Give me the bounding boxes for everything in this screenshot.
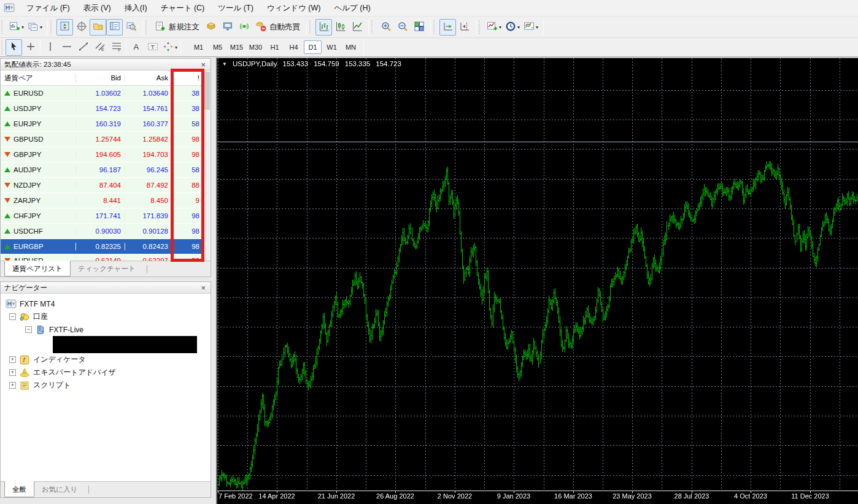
timeframe-m15[interactable]: M15 <box>228 40 245 54</box>
tree-item-mt4-logo[interactable]: FXTF MT4 <box>1 297 210 310</box>
vertical-line-tool[interactable] <box>42 39 58 56</box>
candle-chart-toggle[interactable] <box>332 19 349 36</box>
timeframe-m5[interactable]: M5 <box>209 40 226 54</box>
timeframe-d1[interactable]: D1 <box>304 40 322 54</box>
trendline-tool[interactable] <box>75 39 91 56</box>
menu-item-1[interactable]: ファイル (F) <box>20 1 77 16</box>
signals-button[interactable] <box>236 19 252 36</box>
expand-box-icon[interactable]: + <box>9 356 16 363</box>
autotrading-toggle[interactable] <box>252 19 269 36</box>
column-header-ask[interactable]: Ask <box>125 74 172 82</box>
down-arrow-icon <box>4 152 10 157</box>
close-icon[interactable]: × <box>199 61 207 69</box>
ask-cell: 171.839 <box>125 212 172 220</box>
profiles-button[interactable]: ▾ <box>26 19 44 36</box>
candle-chart-icon <box>335 21 346 34</box>
column-header-pair[interactable]: 通貨ペア <box>1 74 76 83</box>
navigator-toggle[interactable] <box>90 19 106 36</box>
new-chart-button[interactable]: ▾ <box>7 19 26 36</box>
data-window-icon <box>76 21 87 34</box>
toolbar-group: ▾▾ <box>6 19 46 36</box>
crosshair-tool[interactable] <box>22 39 39 56</box>
chart-low-value: 153.335 <box>345 60 371 67</box>
text-tool[interactable]: A <box>128 39 144 56</box>
arrows-tool[interactable]: ▾ <box>161 39 179 56</box>
toolbar-grip <box>1 40 4 54</box>
pair-cell: GBPUSD <box>1 136 76 143</box>
terminal-toggle[interactable] <box>106 19 123 36</box>
close-icon[interactable]: × <box>199 284 207 292</box>
tree-item-indicators-node[interactable]: +fインディケータ <box>1 353 210 366</box>
menu-item-2[interactable]: 表示 (V) <box>77 1 118 16</box>
pair-cell: ZARJPY <box>1 197 76 204</box>
timeframe-h1[interactable]: H1 <box>266 40 284 54</box>
collapse-box-icon[interactable]: − <box>9 313 16 320</box>
toolbar-separator <box>180 40 181 55</box>
strategy-tester-toggle[interactable] <box>123 19 139 36</box>
chart-high-value: 154.759 <box>314 60 339 67</box>
tree-item-accounts[interactable]: −口座 <box>1 310 210 323</box>
templates-button[interactable]: ▾ <box>522 19 540 36</box>
menu-item-4[interactable]: チャート (C) <box>154 1 212 16</box>
equidistant-channel-tool[interactable]: E <box>91 39 108 56</box>
ask-cell: 1.25842 <box>125 136 172 143</box>
timeframe-w1[interactable]: W1 <box>323 40 341 54</box>
price-chart-canvas[interactable] <box>217 58 858 504</box>
menu-item-7[interactable]: ヘルプ (H) <box>327 1 377 16</box>
menu-item-5[interactable]: ツール (T) <box>211 1 260 16</box>
expand-box-icon[interactable]: + <box>9 369 16 376</box>
text-icon: A <box>131 41 142 54</box>
bar-chart-toggle[interactable] <box>315 19 332 36</box>
zoom-in-button[interactable] <box>377 19 394 36</box>
timeframe-h4[interactable]: H4 <box>285 40 303 54</box>
tile-windows-button[interactable] <box>411 19 427 36</box>
chart-shift-toggle[interactable] <box>456 19 473 36</box>
expand-box-icon[interactable]: + <box>9 382 16 389</box>
metaeditor-button[interactable] <box>203 19 219 36</box>
auto-scroll-toggle[interactable] <box>439 19 456 36</box>
market-watch-tab-2[interactable]: ティックチャート <box>71 261 143 277</box>
text-label-tool[interactable]: T <box>144 39 161 56</box>
chart-close-value: 154.723 <box>376 60 401 67</box>
indicators-list-button[interactable]: ▾ <box>485 19 503 36</box>
timeframe-m30[interactable]: M30 <box>247 40 265 54</box>
up-arrow-icon <box>4 244 10 249</box>
timeframe-mn[interactable]: MN <box>342 40 360 54</box>
tree-item-scripts-node[interactable]: +スクリプト <box>1 379 210 392</box>
cursor-tool[interactable] <box>6 39 22 56</box>
chart-open-value: 153.433 <box>283 60 309 67</box>
data-window-toggle[interactable] <box>73 19 90 36</box>
menu-item-3[interactable]: 挿入(I) <box>118 1 154 16</box>
ask-cell: 160.377 <box>125 120 172 128</box>
redacted-account-box <box>53 336 197 353</box>
navigator-tab-1[interactable]: 全般 <box>4 481 34 497</box>
navigator-tab-2[interactable]: お気に入り <box>34 482 85 497</box>
tile-windows-icon <box>414 21 425 34</box>
trendline-icon <box>78 41 89 54</box>
zoom-out-icon <box>397 21 408 34</box>
line-chart-toggle[interactable] <box>349 19 365 36</box>
fibonacci-tool[interactable]: F <box>108 39 125 56</box>
market-watch-tab-1[interactable]: 通貨ペアリスト <box>4 261 71 277</box>
chart-symbol-dropdown-icon[interactable]: ▼ <box>222 61 227 67</box>
down-arrow-icon <box>4 198 10 203</box>
column-header-bid[interactable]: Bid <box>76 74 125 82</box>
collapse-box-icon[interactable]: − <box>25 326 32 333</box>
navigator-title: ナビゲーター <box>4 283 47 292</box>
tree-item-experts-node[interactable]: +エキスパートアドバイザ <box>1 366 210 379</box>
up-arrow-icon <box>4 213 10 218</box>
tree-item-server[interactable]: −FXTF-Live <box>1 323 210 336</box>
vline-icon <box>45 41 56 54</box>
mql-editor-button[interactable] <box>219 19 236 36</box>
time-axis-label: 9 Jan 2023 <box>497 492 530 500</box>
bid-cell: 1.03602 <box>76 90 125 97</box>
market-watch-title: 気配値表示: 23:38:45 <box>4 60 71 69</box>
periods-button[interactable]: ▾ <box>503 19 522 36</box>
navigator-titlebar[interactable]: ナビゲーター × <box>1 282 211 294</box>
new-order-button[interactable] <box>152 19 168 36</box>
horizontal-line-tool[interactable] <box>58 39 75 56</box>
zoom-out-button[interactable] <box>394 19 411 36</box>
timeframe-m1[interactable]: M1 <box>190 40 207 54</box>
market-watch-toggle[interactable] <box>56 19 73 36</box>
menu-item-6[interactable]: ウィンドウ (W) <box>260 1 328 16</box>
